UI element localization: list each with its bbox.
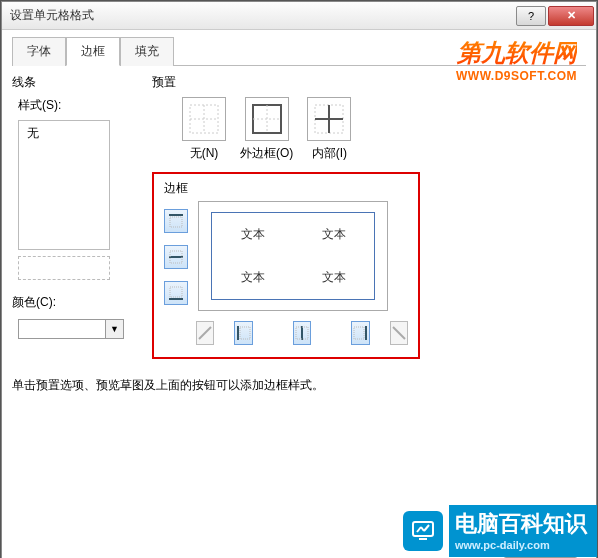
titlebar: 设置单元格格式 ? ✕ [2,2,596,30]
border-right-button[interactable] [351,321,369,345]
svg-line-22 [393,327,405,339]
style-preview [18,256,110,280]
border-group-highlight: 边框 文本 文本 文本 文本 [152,172,420,359]
color-dropdown[interactable]: ▼ [106,319,124,339]
tab-font[interactable]: 字体 [12,37,66,66]
border-bottom-button[interactable] [164,281,188,305]
border-group-label: 边框 [164,180,408,197]
border-diag-up-button[interactable] [196,321,214,345]
preset-outline-label: 外边框(O) [240,145,293,162]
border-left-button[interactable] [234,321,252,345]
watermark2-cn: 电脑百科知识 [455,511,587,536]
preset-inside-button[interactable] [307,97,351,141]
border-hcenter-button[interactable] [164,245,188,269]
style-none-option[interactable]: 无 [27,126,39,140]
line-label: 线条 [12,74,142,91]
watermark2-en: www.pc-daily.com [455,539,587,551]
tab-border[interactable]: 边框 [66,37,120,66]
border-top-button[interactable] [164,209,188,233]
svg-rect-14 [170,287,182,297]
preview-cell: 文本 [212,213,293,256]
tab-fill[interactable]: 填充 [120,37,174,66]
svg-rect-17 [240,327,250,339]
preset-none-label: 无(N) [190,145,219,162]
watermark-pcdaily: 电脑百科知识 www.pc-daily.com [403,505,597,557]
watermark-en: WWW.D9SOFT.COM [456,69,577,83]
style-label: 样式(S): [18,97,142,114]
preview-cell: 文本 [212,256,293,299]
color-swatch[interactable] [18,319,106,339]
svg-line-26 [424,525,429,531]
border-preview[interactable]: 文本 文本 文本 文本 [198,201,388,311]
preset-outline-button[interactable] [245,97,289,141]
svg-line-15 [199,327,211,339]
preview-cell: 文本 [293,256,374,299]
window-title: 设置单元格格式 [10,7,516,24]
color-label: 颜色(C): [12,294,142,311]
svg-rect-27 [419,538,427,540]
line-panel: 线条 样式(S): 无 颜色(C): ▼ [12,74,142,359]
svg-rect-21 [354,327,364,339]
border-vcenter-button[interactable] [293,321,311,345]
monitor-icon [403,511,443,551]
close-button[interactable]: ✕ [548,6,594,26]
preset-none-button[interactable] [182,97,226,141]
format-cells-dialog: 设置单元格格式 ? ✕ 字体 边框 填充 线条 样式(S): 无 颜色(C): [1,1,597,558]
preview-cell: 文本 [293,213,374,256]
watermark-d9soft: 第九软件网 WWW.D9SOFT.COM [456,37,577,83]
hint-text: 单击预置选项、预览草图及上面的按钮可以添加边框样式。 [12,377,586,394]
watermark-cn: 第九软件网 [456,37,577,69]
preset-inside-label: 内部(I) [312,145,347,162]
help-button[interactable]: ? [516,6,546,26]
svg-rect-10 [170,217,182,227]
border-diag-down-button[interactable] [390,321,408,345]
line-style-list[interactable]: 无 [18,120,110,250]
